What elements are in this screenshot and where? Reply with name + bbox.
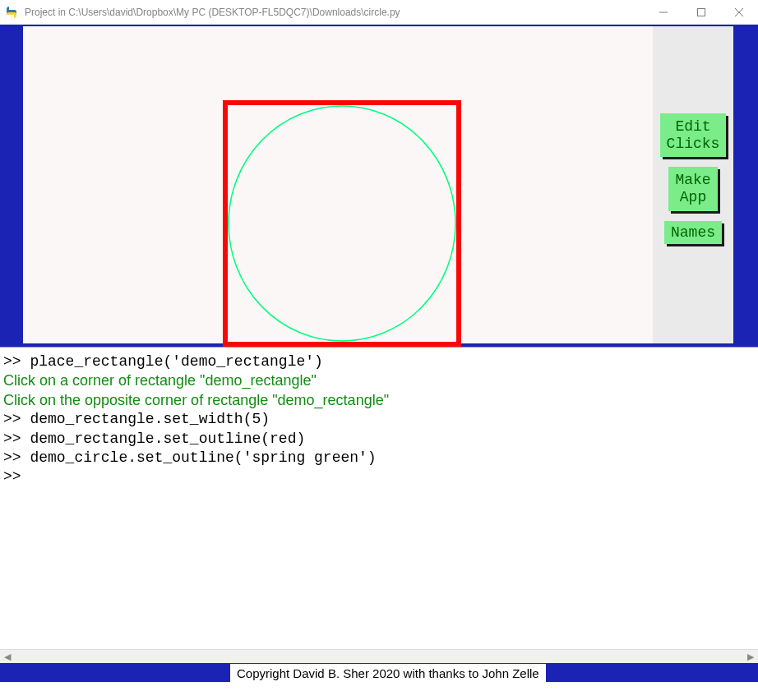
console-command-line: >> demo_rectangle.set_width(5) bbox=[3, 410, 755, 429]
horizontal-scrollbar[interactable]: ◀ ▶ bbox=[0, 649, 758, 663]
svg-rect-1 bbox=[7, 12, 16, 15]
edit-clicks-button[interactable]: EditClicks bbox=[660, 113, 727, 157]
footer-bar: Copyright David B. Sher 2020 with thanks… bbox=[0, 663, 758, 682]
svg-rect-3 bbox=[698, 8, 705, 16]
console-output[interactable]: >> place_rectangle('demo_rectangle')Clic… bbox=[0, 347, 758, 649]
demo-circle-shape bbox=[228, 105, 456, 342]
window-title: Project in C:\Users\david\Dropbox\My PC … bbox=[25, 7, 400, 18]
app-icon bbox=[5, 6, 18, 19]
svg-point-6 bbox=[229, 106, 455, 341]
button-panel: EditClicks MakeApp Names bbox=[653, 26, 733, 343]
canvas-frame: EditClicks MakeApp Names bbox=[0, 25, 758, 347]
scroll-left-arrow[interactable]: ◀ bbox=[2, 652, 13, 662]
footer-credit: Copyright David B. Sher 2020 with thanks… bbox=[230, 664, 546, 682]
maximize-button[interactable] bbox=[682, 0, 720, 25]
make-app-button[interactable]: MakeApp bbox=[668, 167, 717, 210]
console-command-line: >> demo_circle.set_outline('spring green… bbox=[3, 449, 755, 467]
console-command-line: >> place_rectangle('demo_rectangle') bbox=[3, 352, 755, 371]
console-area: >> place_rectangle('demo_rectangle')Clic… bbox=[0, 347, 758, 682]
drawing-canvas[interactable] bbox=[23, 26, 653, 343]
names-button[interactable]: Names bbox=[664, 221, 722, 245]
close-button[interactable] bbox=[720, 0, 758, 25]
console-message-line: Click on the opposite corner of rectangl… bbox=[3, 391, 755, 410]
scroll-right-arrow[interactable]: ▶ bbox=[745, 652, 756, 662]
minimize-button[interactable] bbox=[645, 0, 682, 25]
console-command-line: >> demo_rectangle.set_outline(red) bbox=[3, 430, 755, 449]
console-message-line: Click on a corner of rectangle "demo_rec… bbox=[3, 371, 755, 390]
titlebar: Project in C:\Users\david\Dropbox\My PC … bbox=[0, 0, 758, 25]
console-command-line: >> bbox=[3, 467, 755, 486]
